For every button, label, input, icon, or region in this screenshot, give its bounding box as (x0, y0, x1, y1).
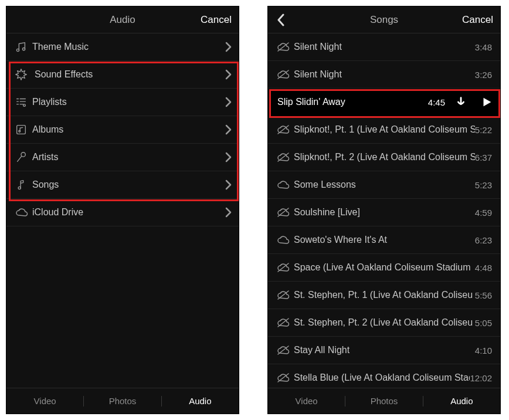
tab-photos[interactable]: Photos (84, 396, 161, 406)
category-label: Albums (32, 124, 218, 135)
mic-icon (15, 151, 32, 164)
category-row-albums[interactable]: Albums (6, 116, 239, 144)
song-duration: 6:23 (475, 235, 500, 245)
chevron-right-icon (218, 152, 239, 162)
svg-point-6 (18, 187, 21, 189)
song-row[interactable]: Stay All Night4:10 (268, 337, 500, 364)
svg-point-0 (16, 49, 19, 51)
song-title: Stella Blue (Live At Oakland Coliseum St… (294, 372, 470, 383)
category-row-sound-effects[interactable]: Sound Effects (6, 61, 239, 89)
song-duration: 4:45 (425, 97, 449, 107)
song-duration: 4:59 (475, 208, 500, 218)
svg-rect-3 (17, 126, 26, 134)
song-row[interactable]: Stella Blue (Live At Oakland Coliseum St… (268, 364, 500, 388)
tab-audio[interactable]: Audio (423, 396, 500, 406)
song-title: Space (Live At Oakland Coliseum Stadium (294, 262, 475, 273)
chevron-right-icon (218, 69, 239, 80)
song-title: Slipknot!, Pt. 2 (Live At Oakland Colise… (294, 152, 475, 162)
category-row-icloud-drive[interactable]: iCloud Drive (6, 199, 239, 226)
song-row[interactable]: Slip Slidin' Away4:45 (268, 89, 500, 116)
back-button[interactable] (273, 12, 289, 28)
cloud-icon (276, 179, 294, 190)
svg-point-1 (22, 48, 25, 50)
cloud-off-icon (276, 345, 294, 355)
play-button[interactable] (474, 89, 499, 116)
category-label: Songs (32, 179, 218, 190)
cloud-off-icon (276, 317, 294, 328)
song-row[interactable]: St. Stephen, Pt. 2 (Live At Oakland Coli… (268, 309, 500, 337)
song-row[interactable]: Slipknot!, Pt. 2 (Live At Oakland Colise… (268, 144, 500, 171)
phone-audio-categories: Audio Cancel Theme MusicSound EffectsPla… (6, 6, 239, 414)
song-duration: 4:10 (475, 346, 500, 355)
tab-audio[interactable]: Audio (162, 396, 239, 406)
song-row[interactable]: Silent Night3:26 (268, 61, 500, 89)
cloud-icon (15, 207, 32, 218)
tab-bar: VideoPhotosAudio (268, 388, 500, 414)
chevron-right-icon (218, 179, 239, 190)
cancel-button[interactable]: Cancel (201, 14, 232, 26)
header: Songs Cancel (268, 6, 500, 33)
song-actions (449, 89, 500, 116)
song-duration: 6:37 (475, 153, 500, 162)
category-list: Theme MusicSound EffectsPlaylistsAlbumsA… (6, 33, 239, 388)
cloud-off-icon (276, 69, 294, 80)
song-row[interactable]: Some Lessons5:23 (268, 171, 500, 199)
song-row[interactable]: Silent Night3:48 (268, 33, 500, 61)
cloud-off-icon (276, 42, 294, 52)
song-row[interactable]: Slipknot!, Pt. 1 (Live At Oakland Colise… (268, 116, 500, 144)
category-row-songs[interactable]: Songs (6, 171, 239, 199)
category-label: iCloud Drive (32, 207, 218, 218)
cloud-off-icon (276, 124, 294, 135)
song-row[interactable]: St. Stephen, Pt. 1 (Live At Oakland Coli… (268, 282, 500, 309)
song-title: Soweto's Where It's At (294, 235, 475, 245)
song-duration: 5:05 (475, 318, 500, 328)
phone-songs-list: Songs Cancel Silent Night3:48Silent Nigh… (267, 6, 501, 414)
tab-photos[interactable]: Photos (345, 396, 422, 406)
tab-video[interactable]: Video (6, 396, 83, 406)
tab-video[interactable]: Video (268, 396, 345, 406)
category-label: Playlists (32, 97, 218, 107)
cloud-off-icon (276, 207, 294, 218)
note-icon (15, 178, 32, 191)
svg-point-2 (23, 104, 26, 107)
cloud-off-icon (276, 262, 294, 273)
song-duration: 5:22 (475, 125, 500, 135)
song-title: Stay All Night (294, 345, 475, 355)
chevron-right-icon (218, 42, 239, 52)
category-row-playlists[interactable]: Playlists (6, 89, 239, 116)
song-row[interactable]: Space (Live At Oakland Coliseum Stadium4… (268, 254, 500, 282)
cloud-icon (276, 235, 294, 245)
song-duration: 4:48 (475, 263, 500, 273)
song-title: Soulshine [Live] (294, 207, 475, 218)
burst-icon (15, 68, 32, 81)
song-title: Silent Night (294, 69, 475, 80)
category-row-artists[interactable]: Artists (6, 144, 239, 171)
category-label: Theme Music (32, 42, 218, 52)
song-title: Silent Night (294, 42, 475, 52)
cancel-button[interactable]: Cancel (462, 14, 493, 26)
chevron-right-icon (218, 97, 239, 107)
song-row[interactable]: Soweto's Where It's At6:23 (268, 226, 500, 254)
category-row-theme-music[interactable]: Theme Music (6, 33, 239, 61)
category-label: Sound Effects (32, 69, 218, 80)
song-title: Slipknot!, Pt. 1 (Live At Oakland Colise… (294, 124, 475, 135)
song-title: Some Lessons (294, 179, 475, 190)
songs-list: Silent Night3:48Silent Night3:26Slip Sli… (268, 33, 500, 388)
song-duration: 5:23 (475, 180, 500, 190)
cloud-off-icon (276, 372, 294, 383)
album-icon (15, 123, 32, 136)
cloud-off-icon (276, 290, 294, 300)
song-title: St. Stephen, Pt. 1 (Live At Oakland Coli… (294, 290, 475, 300)
chevron-right-icon (218, 207, 239, 218)
svg-point-4 (19, 130, 21, 132)
song-duration: 12:02 (470, 373, 500, 383)
chevron-right-icon (218, 124, 239, 135)
music-icon (15, 40, 32, 53)
tab-bar: VideoPhotosAudio (6, 388, 239, 414)
song-title: St. Stephen, Pt. 2 (Live At Oakland Coli… (294, 317, 475, 328)
song-duration: 3:26 (475, 70, 500, 80)
song-duration: 5:56 (475, 290, 500, 300)
song-row[interactable]: Soulshine [Live]4:59 (268, 199, 500, 226)
category-label: Artists (32, 152, 218, 162)
download-button[interactable] (449, 89, 473, 116)
